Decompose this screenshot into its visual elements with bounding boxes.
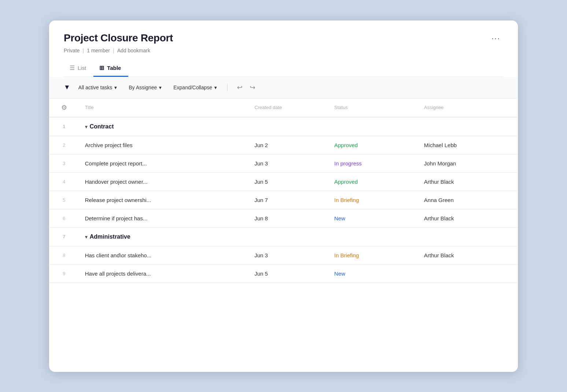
tabs: ☰ List ⊞ Table [64, 61, 503, 77]
expand-label: Expand/Collapse [173, 85, 212, 90]
task-title: Archive project files [79, 136, 249, 154]
header: Project Closure Report ··· Private | 1 m… [49, 20, 518, 77]
gear-icon[interactable]: ⚙ [61, 104, 67, 111]
task-status: New [329, 209, 418, 227]
row-num: 2 [49, 136, 79, 154]
table-row: 6 Determine if project has... Jun 8 New … [49, 209, 518, 227]
toolbar: ▼ All active tasks ▾ By Assignee ▾ Expan… [49, 77, 518, 98]
task-created: Jun 3 [249, 154, 329, 172]
row-num: 9 [49, 264, 79, 283]
task-title: Release project ownershi... [79, 191, 249, 209]
filter-button[interactable]: All active tasks ▾ [75, 82, 121, 93]
table-header-row: ⚙ Title Created date Status Assignee [49, 98, 518, 117]
main-table: ⚙ Title Created date Status Assignee 1 ▾… [49, 98, 518, 283]
task-assignee: Arthur Black [418, 172, 518, 191]
task-status: Approved [329, 136, 418, 154]
expand-button[interactable]: Expand/Collapse ▾ [170, 82, 220, 93]
settings-col-header[interactable]: ⚙ [49, 98, 79, 117]
tab-table[interactable]: ⊞ Table [93, 61, 128, 77]
list-icon: ☰ [70, 64, 75, 71]
table-row: 3 Complete project report... Jun 3 In pr… [49, 154, 518, 172]
table-row: 7 ▾Administrative [49, 227, 518, 246]
task-status: New [329, 264, 418, 283]
table-row: 2 Archive project files Jun 2 Approved M… [49, 136, 518, 154]
group-chevron-icon[interactable]: ▾ [85, 234, 88, 240]
title-col-header: Title [79, 98, 249, 117]
header-top: Project Closure Report ··· [64, 32, 503, 45]
task-created: Jun 8 [249, 209, 329, 227]
task-status: In Briefing [329, 191, 418, 209]
row-num: 7 [49, 227, 79, 246]
task-assignee: Anna Green [418, 191, 518, 209]
assignee-col-header: Assignee [418, 98, 518, 117]
assignee-button[interactable]: By Assignee ▾ [125, 82, 165, 93]
more-button[interactable]: ··· [489, 32, 503, 45]
created-col-header: Created date [249, 98, 329, 117]
expand-chevron-icon: ▾ [214, 85, 217, 90]
table-row: 1 ▾Contract [49, 117, 518, 136]
tab-table-label: Table [107, 65, 121, 71]
table-row: 8 Has client and\or stakeho... Jun 3 In … [49, 246, 518, 264]
task-assignee: Arthur Black [418, 246, 518, 264]
table-body: 1 ▾Contract 2 Archive project files Jun … [49, 117, 518, 283]
assignee-chevron-icon: ▾ [159, 85, 162, 90]
task-status: Approved [329, 172, 418, 191]
task-assignee [418, 264, 518, 283]
undo-redo-group: ↩ ↪ [234, 82, 258, 93]
row-num: 5 [49, 191, 79, 209]
meta-sep-2: | [113, 48, 114, 53]
filter-icon: ▼ [64, 83, 70, 91]
members-label: 1 member [87, 48, 110, 53]
undo-button[interactable]: ↩ [234, 82, 245, 93]
privacy-label: Private [64, 48, 80, 53]
tab-list[interactable]: ☰ List [64, 61, 93, 77]
task-assignee: Arthur Black [418, 209, 518, 227]
toolbar-separator [227, 84, 227, 91]
task-title: Have all projects delivera... [79, 264, 249, 283]
status-col-header: Status [329, 98, 418, 117]
row-num: 8 [49, 246, 79, 264]
group-chevron-icon[interactable]: ▾ [85, 124, 88, 130]
task-created: Jun 5 [249, 172, 329, 191]
table-icon: ⊞ [99, 64, 104, 71]
table-wrap: ⚙ Title Created date Status Assignee 1 ▾… [49, 98, 518, 283]
filter-label: All active tasks [78, 85, 112, 90]
redo-button[interactable]: ↪ [247, 82, 258, 93]
assignee-label: By Assignee [129, 85, 157, 90]
task-created: Jun 3 [249, 246, 329, 264]
task-title: Determine if project has... [79, 209, 249, 227]
row-num: 1 [49, 117, 79, 136]
row-num: 4 [49, 172, 79, 191]
task-title: Handover project owner... [79, 172, 249, 191]
task-assignee: Michael Lebb [418, 136, 518, 154]
group-title: ▾Contract [79, 117, 518, 136]
task-title: Complete project report... [79, 154, 249, 172]
task-created: Jun 2 [249, 136, 329, 154]
row-num: 3 [49, 154, 79, 172]
task-created: Jun 5 [249, 264, 329, 283]
task-status: In progress [329, 154, 418, 172]
add-bookmark-link[interactable]: Add bookmark [117, 48, 150, 53]
meta-sep-1: | [83, 48, 84, 53]
table-row: 9 Have all projects delivera... Jun 5 Ne… [49, 264, 518, 283]
tab-list-label: List [78, 65, 86, 71]
filter-chevron-icon: ▾ [114, 85, 117, 90]
app-window: Project Closure Report ··· Private | 1 m… [49, 20, 518, 372]
task-assignee: John Morgan [418, 154, 518, 172]
task-created: Jun 7 [249, 191, 329, 209]
page-title: Project Closure Report [64, 32, 173, 44]
table-row: 4 Handover project owner... Jun 5 Approv… [49, 172, 518, 191]
meta-row: Private | 1 member | Add bookmark [64, 48, 503, 53]
row-num: 6 [49, 209, 79, 227]
task-status: In Briefing [329, 246, 418, 264]
table-row: 5 Release project ownershi... Jun 7 In B… [49, 191, 518, 209]
task-title: Has client and\or stakeho... [79, 246, 249, 264]
group-title: ▾Administrative [79, 227, 518, 246]
